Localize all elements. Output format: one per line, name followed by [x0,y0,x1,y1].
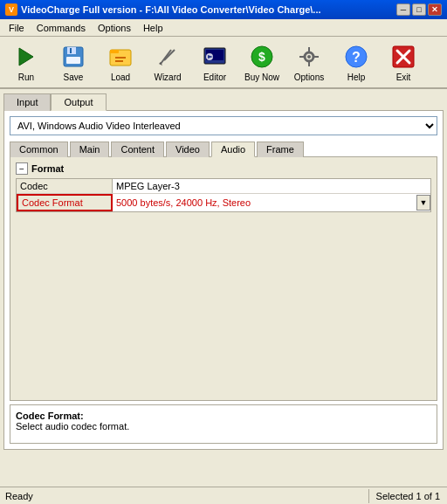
wizard-icon [154,43,182,71]
title-bar: V VideoCharge Full version - F:\All Vide… [0,0,447,19]
tab-video[interactable]: Video [166,142,210,157]
collapse-button[interactable]: − [16,162,28,175]
tab-input[interactable]: Input [3,93,51,111]
menu-commands[interactable]: Commands [31,22,91,34]
load-icon [107,43,134,71]
codec-label: Codec [17,179,113,193]
codec-format-dropdown-btn[interactable]: ▼ [416,195,430,211]
title-text: VideoCharge Full version - F:\All Video … [21,4,321,15]
load-label: Load [111,72,130,82]
tab-common[interactable]: Common [10,142,68,157]
exit-label: Exit [396,72,411,82]
run-icon [12,43,40,71]
svg-rect-3 [66,57,80,64]
title-bar-left: V VideoCharge Full version - F:\All Vide… [5,3,321,16]
codec-format-value: 5000 bytes/s, 24000 Hz, Stereo [113,196,416,210]
io-tabs: Input Output [3,93,444,110]
editor-icon [201,43,229,71]
description-title: Codec Format: [16,411,431,421]
tab-content[interactable]: Content [111,142,164,157]
buy-now-label: Buy Now [244,72,279,82]
editor-label: Editor [203,72,226,82]
minimize-button[interactable]: ─ [396,3,410,16]
buy-now-button[interactable]: $ Buy Now [239,39,285,85]
svg-rect-7 [115,57,126,59]
codec-format-label: Codec Format [17,194,113,211]
tab-audio[interactable]: Audio [211,142,255,157]
svg-rect-6 [110,50,119,53]
save-button[interactable]: Save [51,39,96,85]
table-row: Codec MPEG Layer-3 [17,179,430,194]
status-selection: Selected 1 of 1 [369,489,447,503]
menu-bar: File Commands Options Help [0,19,447,37]
svg-rect-4 [70,48,72,53]
wizard-button[interactable]: Wizard [145,39,190,85]
svg-text:$: $ [258,50,265,64]
content-area: Input Output AVI, Windows Audio Video In… [0,89,447,453]
help-button[interactable]: ? Help [334,39,379,85]
run-button[interactable]: Run [3,39,49,85]
svg-text:?: ? [352,50,361,65]
main-panel: AVI, Windows Audio Video Interleaved Com… [3,110,444,450]
wizard-label: Wizard [154,72,181,82]
codec-format-value-cell: 5000 bytes/s, 24000 Hz, Stereo ▼ [113,194,430,211]
options-icon [295,43,323,71]
svg-marker-0 [19,48,33,66]
description-text: Select audio codec format. [16,421,431,432]
property-grid: Codec MPEG Layer-3 Codec Format 5000 byt… [16,178,431,212]
help-label: Help [347,72,366,82]
table-row: Codec Format 5000 bytes/s, 24000 Hz, Ste… [17,194,430,211]
section-title: Format [31,163,64,174]
menu-options[interactable]: Options [93,22,136,34]
tab-main[interactable]: Main [70,142,110,157]
svg-point-19 [307,55,311,59]
title-buttons: ─ □ ✕ [396,3,442,16]
format-row: AVI, Windows Audio Video Interleaved [10,116,437,135]
load-button[interactable]: Load [98,39,143,85]
app-icon: V [5,3,17,16]
description-area: Codec Format: Select audio codec format. [10,404,437,444]
exit-button[interactable]: Exit [381,39,426,85]
tab-frame[interactable]: Frame [257,142,304,157]
section-header: − Format [16,162,431,175]
codec-value: MPEG Layer-3 [113,179,430,193]
sub-panel: − Format Codec MPEG Layer-3 Codec Format… [10,156,437,401]
editor-button[interactable]: Editor [192,39,237,85]
save-icon [59,43,87,71]
svg-line-9 [161,50,171,64]
format-dropdown[interactable]: AVI, Windows Audio Video Interleaved [10,116,437,135]
run-label: Run [18,72,34,82]
menu-help[interactable]: Help [138,22,168,34]
close-button[interactable]: ✕ [428,3,442,16]
status-bar: Ready Selected 1 of 1 [0,487,447,504]
options-button[interactable]: Options [286,39,332,85]
save-label: Save [64,72,84,82]
buy-now-icon: $ [248,43,276,71]
exit-icon [389,43,417,71]
svg-rect-8 [115,60,123,62]
sub-tabs: Common Main Content Video Audio Frame [10,141,437,156]
options-label: Options [294,72,324,82]
toolbar: Run Save Load [0,37,447,89]
tab-output[interactable]: Output [51,93,106,111]
status-ready: Ready [0,489,369,503]
help-icon: ? [342,43,370,71]
menu-file[interactable]: File [3,22,30,34]
maximize-button[interactable]: □ [412,3,426,16]
